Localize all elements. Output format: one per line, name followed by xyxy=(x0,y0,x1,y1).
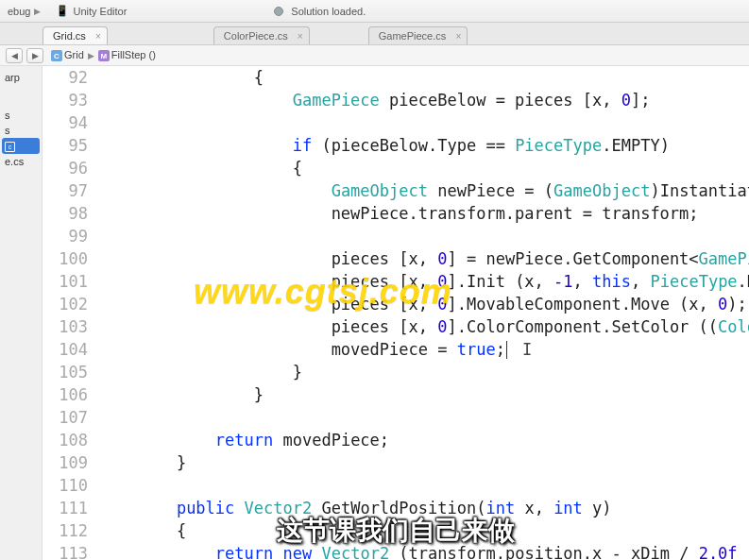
code-text[interactable]: } xyxy=(99,361,749,383)
nav-back-button[interactable]: ◀ xyxy=(6,48,23,63)
code-line[interactable]: 97 GameObject newPiece = (GameObject)Ins… xyxy=(43,179,749,202)
close-icon[interactable]: × xyxy=(95,31,101,42)
code-text[interactable]: { xyxy=(99,157,749,179)
code-line[interactable]: 105 } xyxy=(43,361,749,383)
code-line[interactable]: 92 { xyxy=(43,66,749,89)
code-text[interactable]: pieces [x, 0].Init (x, -1, this, PieceTy… xyxy=(99,270,749,293)
sidebar-lang-label: arp xyxy=(2,70,40,85)
code-text[interactable] xyxy=(99,111,749,134)
code-text[interactable]: pieces [x, 0].ColorComponent.SetColor ((… xyxy=(99,315,749,338)
sidebar: arp s s c e.cs xyxy=(0,66,43,560)
code-text[interactable]: movedPiece = true;I xyxy=(99,338,749,361)
class-icon: C xyxy=(51,50,62,61)
code-line[interactable]: 95 if (pieceBelow.Type == PieceType.EMPT… xyxy=(43,134,749,157)
breadcrumb: ◀ ▶ CGrid ▶ MFillStep () xyxy=(0,45,749,66)
status-dot-icon xyxy=(274,7,283,16)
line-number: 94 xyxy=(43,111,99,134)
sidebar-file-item[interactable]: s xyxy=(2,123,40,138)
tab-colorpiece-cs[interactable]: ColorPiece.cs× xyxy=(213,26,310,44)
build-target[interactable]: 📱 Unity Editor xyxy=(48,5,134,17)
code-editor[interactable]: 92 {93 GamePiece pieceBelow = pieces [x,… xyxy=(43,66,749,560)
line-number: 110 xyxy=(43,474,99,497)
line-number: 104 xyxy=(43,338,99,361)
breadcrumb-class[interactable]: CGrid xyxy=(51,49,84,62)
code-text[interactable]: GamePiece pieceBelow = pieces [x, 0]; xyxy=(99,89,749,111)
tab-grid-cs[interactable]: Grid.cs× xyxy=(43,26,108,44)
line-number: 99 xyxy=(43,225,99,247)
line-number: 113 xyxy=(43,542,99,560)
method-icon: M xyxy=(98,50,110,61)
code-line[interactable]: 106 } xyxy=(43,383,749,406)
line-number: 105 xyxy=(43,361,99,383)
code-line[interactable]: 96 { xyxy=(43,157,749,179)
line-number: 100 xyxy=(43,247,99,270)
code-text[interactable]: } xyxy=(99,451,749,474)
toolbar: ebug ▶ 📱 Unity Editor Solution loaded. xyxy=(0,0,749,23)
code-line[interactable]: 109 } xyxy=(43,451,749,474)
close-icon[interactable]: × xyxy=(298,31,303,42)
line-number: 109 xyxy=(43,451,99,474)
line-number: 106 xyxy=(43,383,99,406)
code-line[interactable]: 111 public Vector2 GetWorldPosition(int … xyxy=(43,497,749,519)
code-line[interactable]: 107 xyxy=(43,406,749,429)
line-number: 93 xyxy=(43,89,99,111)
line-number: 108 xyxy=(43,429,99,451)
line-number: 95 xyxy=(43,134,99,157)
code-line[interactable]: 104 movedPiece = true;I xyxy=(43,338,749,361)
code-line[interactable]: 101 pieces [x, 0].Init (x, -1, this, Pie… xyxy=(43,270,749,293)
code-text[interactable]: { xyxy=(99,66,749,89)
line-number: 92 xyxy=(43,66,99,89)
code-line[interactable]: 113 return new Vector2 (transform.positi… xyxy=(43,542,749,560)
nav-forward-button[interactable]: ▶ xyxy=(26,48,43,63)
file-icon: c xyxy=(5,142,15,152)
line-number: 112 xyxy=(43,519,99,542)
code-line[interactable]: 112 { xyxy=(43,519,749,542)
code-line[interactable]: 100 pieces [x, 0] = newPiece.GetComponen… xyxy=(43,247,749,270)
code-text[interactable] xyxy=(99,474,749,497)
code-text[interactable]: } xyxy=(99,383,749,406)
code-text[interactable]: return new Vector2 (transform.position.x… xyxy=(99,542,749,560)
line-number: 102 xyxy=(43,293,99,315)
line-number: 96 xyxy=(43,157,99,179)
code-text[interactable]: newPiece.transform.parent = transform; xyxy=(99,202,749,225)
line-number: 111 xyxy=(43,497,99,519)
build-config[interactable]: ebug ▶ xyxy=(0,6,48,17)
sidebar-file-item-selected[interactable]: c xyxy=(2,138,40,154)
code-line[interactable]: 102 pieces [x, 0].MovableComponent.Move … xyxy=(43,293,749,315)
chevron-right-icon: ▶ xyxy=(34,7,41,16)
code-line[interactable]: 110 xyxy=(43,474,749,497)
code-text[interactable]: { xyxy=(99,519,749,542)
code-text[interactable]: GameObject newPiece = (GameObject)Instan… xyxy=(99,179,749,202)
code-line[interactable]: 103 pieces [x, 0].ColorComponent.SetColo… xyxy=(43,315,749,338)
breadcrumb-method[interactable]: MFillStep () xyxy=(98,49,156,62)
code-line[interactable]: 108 return movedPiece; xyxy=(43,429,749,451)
line-number: 107 xyxy=(43,406,99,429)
sidebar-file-item[interactable]: s xyxy=(2,108,40,123)
code-line[interactable]: 93 GamePiece pieceBelow = pieces [x, 0]; xyxy=(43,89,749,111)
sidebar-file-item[interactable]: e.cs xyxy=(2,154,40,169)
line-number: 98 xyxy=(43,202,99,225)
code-text[interactable]: pieces [x, 0].MovableComponent.Move (x, … xyxy=(99,293,749,315)
solution-status: Solution loaded. xyxy=(266,6,373,17)
tab-bar: Grid.cs× ColorPiece.cs× GamePiece.cs× xyxy=(0,23,749,45)
code-text[interactable]: return movedPiece; xyxy=(99,429,749,451)
close-icon[interactable]: × xyxy=(455,31,461,42)
chevron-right-icon: ▶ xyxy=(88,51,94,60)
line-number: 97 xyxy=(43,179,99,202)
code-line[interactable]: 98 newPiece.transform.parent = transform… xyxy=(43,202,749,225)
code-text[interactable]: if (pieceBelow.Type == PieceType.EMPTY) xyxy=(99,134,749,157)
code-text[interactable]: public Vector2 GetWorldPosition(int x, i… xyxy=(99,497,749,519)
tab-gamepiece-cs[interactable]: GamePiece.cs× xyxy=(368,26,468,44)
code-text[interactable] xyxy=(99,225,749,247)
code-text[interactable] xyxy=(99,406,749,429)
line-number: 101 xyxy=(43,270,99,293)
code-text[interactable]: pieces [x, 0] = newPiece.GetComponent<Ga… xyxy=(99,247,749,270)
code-line[interactable]: 99 xyxy=(43,225,749,247)
code-line[interactable]: 94 xyxy=(43,111,749,134)
line-number: 103 xyxy=(43,315,99,338)
